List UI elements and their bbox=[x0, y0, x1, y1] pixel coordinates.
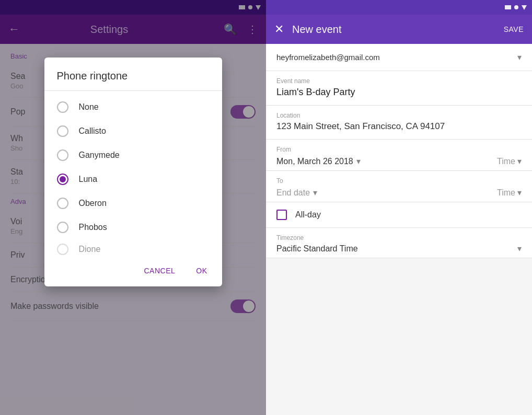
timezone-row: Pacific Standard Time ▾ bbox=[276, 244, 522, 253]
close-button[interactable]: ✕ bbox=[274, 22, 284, 36]
phone-ringtone-dialog: Phone ringtone None Callisto Ganymede bbox=[44, 57, 222, 286]
dialog-divider bbox=[44, 90, 222, 91]
event-name-field[interactable]: Event name Liam's B-day Party bbox=[266, 71, 532, 106]
left-panel: ← Settings 🔍 ⋮ Basic Sea Goo Pop Wh Sho bbox=[0, 0, 266, 415]
toolbar-right: ✕ New event SAVE bbox=[266, 15, 532, 44]
radio-circle-none bbox=[57, 101, 68, 113]
radio-circle-luna bbox=[57, 174, 68, 185]
timezone-field[interactable]: Timezone Pacific Standard Time ▾ bbox=[266, 228, 532, 258]
status-bar-right bbox=[266, 0, 532, 15]
from-row: From Mon, March 26 2018 ▾ Time ▾ bbox=[266, 140, 532, 171]
form-content: heyfromelizabeth@gmail.com ▾ Event name … bbox=[266, 44, 532, 258]
allday-row[interactable]: All-day bbox=[266, 202, 532, 228]
radio-circle-ganymede bbox=[57, 149, 68, 161]
radio-item-dione[interactable]: Dione bbox=[44, 239, 222, 257]
to-date-dropdown[interactable]: End date ▾ bbox=[276, 188, 493, 198]
from-date-text: Mon, March 26 2018 bbox=[276, 157, 353, 166]
from-label: From bbox=[276, 146, 522, 153]
radio-label-oberon: Oberon bbox=[79, 199, 107, 208]
allday-label: All-day bbox=[295, 210, 321, 220]
radio-item-callisto[interactable]: Callisto bbox=[44, 119, 222, 143]
radio-label-callisto: Callisto bbox=[79, 126, 106, 136]
radio-item-ganymede[interactable]: Ganymede bbox=[44, 143, 222, 167]
radio-item-oberon[interactable]: Oberon bbox=[44, 191, 222, 215]
event-name-label: Event name bbox=[276, 77, 522, 85]
cancel-button[interactable]: CANCEL bbox=[135, 261, 183, 280]
radio-circle-oberon bbox=[57, 198, 68, 209]
to-row: To End date ▾ Time ▾ bbox=[266, 171, 532, 202]
radio-item-phobos[interactable]: Phobos bbox=[44, 215, 222, 239]
dialog-overlay: Phone ringtone None Callisto Ganymede bbox=[0, 0, 266, 415]
radio-item-luna[interactable]: Luna bbox=[44, 167, 222, 191]
new-event-title: New event bbox=[292, 24, 495, 36]
circle-icon-right bbox=[514, 5, 518, 9]
battery-icon-right bbox=[505, 5, 511, 9]
event-name-value: Liam's B-day Party bbox=[276, 87, 522, 101]
email-row[interactable]: heyfromelizabeth@gmail.com ▾ bbox=[266, 44, 532, 71]
location-field[interactable]: Location 123 Main Street, San Francisco,… bbox=[266, 106, 532, 140]
location-value: 123 Main Street, San Francisco, CA 94107 bbox=[276, 121, 522, 135]
radio-label-dione: Dione bbox=[79, 245, 101, 254]
to-date-arrow[interactable]: ▾ bbox=[313, 188, 317, 198]
to-label: To bbox=[276, 177, 522, 185]
wifi-icon-right bbox=[522, 5, 527, 10]
save-button[interactable]: SAVE bbox=[504, 25, 524, 33]
radio-item-none[interactable]: None bbox=[44, 95, 222, 119]
from-date-dropdown[interactable]: Mon, March 26 2018 ▾ bbox=[276, 156, 493, 166]
dialog-title: Phone ringtone bbox=[44, 57, 222, 90]
radio-label-ganymede: Ganymede bbox=[79, 151, 120, 160]
radio-inner-luna bbox=[60, 176, 66, 182]
from-controls: Mon, March 26 2018 ▾ Time ▾ bbox=[276, 156, 522, 166]
right-panel: ✕ New event SAVE heyfromelizabeth@gmail.… bbox=[266, 0, 532, 415]
location-label: Location bbox=[276, 112, 522, 119]
email-field: heyfromelizabeth@gmail.com bbox=[276, 53, 513, 62]
radio-circle-callisto bbox=[57, 125, 68, 137]
email-dropdown-icon[interactable]: ▾ bbox=[517, 52, 522, 62]
radio-label-luna: Luna bbox=[79, 175, 98, 184]
to-date-text: End date bbox=[276, 188, 310, 198]
to-time-text: Time bbox=[497, 188, 515, 198]
radio-label-none: None bbox=[79, 102, 99, 112]
from-time-dropdown[interactable]: Time ▾ bbox=[497, 156, 522, 166]
allday-checkbox[interactable] bbox=[276, 210, 287, 220]
from-time-text: Time bbox=[497, 157, 515, 166]
radio-label-phobos: Phobos bbox=[79, 223, 107, 232]
from-date-arrow[interactable]: ▾ bbox=[356, 156, 361, 166]
ok-button[interactable]: OK bbox=[188, 261, 215, 280]
to-controls: End date ▾ Time ▾ bbox=[276, 188, 522, 198]
from-time-arrow[interactable]: ▾ bbox=[517, 156, 522, 166]
radio-circle-dione bbox=[57, 244, 68, 255]
dialog-actions: CANCEL OK bbox=[44, 257, 222, 286]
timezone-value: Pacific Standard Time bbox=[276, 244, 358, 253]
timezone-dropdown-icon[interactable]: ▾ bbox=[517, 244, 522, 253]
to-time-dropdown[interactable]: Time ▾ bbox=[497, 188, 522, 198]
radio-circle-phobos bbox=[57, 222, 68, 233]
to-time-arrow[interactable]: ▾ bbox=[517, 188, 522, 198]
timezone-label: Timezone bbox=[276, 234, 522, 241]
